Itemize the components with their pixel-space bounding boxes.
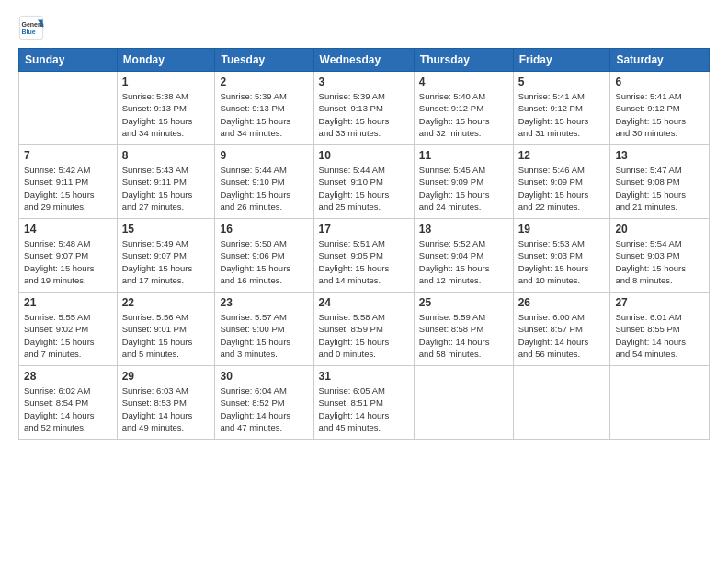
calendar-cell: 16Sunrise: 5:50 AM Sunset: 9:06 PM Dayli…: [215, 219, 313, 293]
day-info: Sunrise: 6:05 AM Sunset: 8:51 PM Dayligh…: [319, 385, 409, 433]
calendar-cell: 21Sunrise: 5:55 AM Sunset: 9:02 PM Dayli…: [19, 293, 118, 366]
day-info: Sunrise: 5:41 AM Sunset: 9:12 PM Dayligh…: [518, 90, 606, 139]
day-number: 1: [122, 75, 210, 88]
day-info: Sunrise: 5:54 AM Sunset: 9:03 PM Dayligh…: [615, 237, 704, 286]
day-info: Sunrise: 5:39 AM Sunset: 9:13 PM Dayligh…: [319, 90, 409, 139]
calendar-cell: 25Sunrise: 5:59 AM Sunset: 8:58 PM Dayli…: [414, 293, 513, 366]
day-info: Sunrise: 6:03 AM Sunset: 8:53 PM Dayligh…: [122, 385, 210, 433]
day-info: Sunrise: 5:52 AM Sunset: 9:04 PM Dayligh…: [419, 237, 508, 286]
calendar-cell: [19, 72, 118, 145]
calendar-cell: [513, 366, 610, 440]
calendar-cell: 3Sunrise: 5:39 AM Sunset: 9:13 PM Daylig…: [313, 72, 414, 145]
calendar-cell: 23Sunrise: 5:57 AM Sunset: 9:00 PM Dayli…: [215, 293, 313, 366]
day-number: 30: [220, 370, 308, 383]
day-number: 2: [220, 75, 308, 88]
day-info: Sunrise: 5:57 AM Sunset: 9:00 PM Dayligh…: [220, 311, 308, 360]
column-header-monday: Monday: [117, 49, 215, 72]
calendar-cell: 13Sunrise: 5:47 AM Sunset: 9:08 PM Dayli…: [610, 145, 710, 219]
calendar-week-row: 14Sunrise: 5:48 AM Sunset: 9:07 PM Dayli…: [19, 219, 710, 293]
calendar-cell: 14Sunrise: 5:48 AM Sunset: 9:07 PM Dayli…: [19, 219, 118, 293]
calendar-cell: 17Sunrise: 5:51 AM Sunset: 9:05 PM Dayli…: [313, 219, 414, 293]
calendar-cell: 15Sunrise: 5:49 AM Sunset: 9:07 PM Dayli…: [117, 219, 215, 293]
calendar-cell: 29Sunrise: 6:03 AM Sunset: 8:53 PM Dayli…: [117, 366, 215, 440]
column-header-wednesday: Wednesday: [313, 49, 414, 72]
day-number: 8: [122, 149, 210, 162]
day-info: Sunrise: 5:55 AM Sunset: 9:02 PM Dayligh…: [24, 311, 112, 360]
day-info: Sunrise: 6:02 AM Sunset: 8:54 PM Dayligh…: [24, 385, 112, 433]
calendar-week-row: 28Sunrise: 6:02 AM Sunset: 8:54 PM Dayli…: [19, 366, 710, 440]
day-info: Sunrise: 5:42 AM Sunset: 9:11 PM Dayligh…: [24, 164, 112, 213]
day-info: Sunrise: 5:40 AM Sunset: 9:12 PM Dayligh…: [419, 90, 508, 139]
day-number: 4: [419, 75, 508, 88]
column-header-sunday: Sunday: [19, 49, 118, 72]
day-info: Sunrise: 5:53 AM Sunset: 9:03 PM Dayligh…: [518, 237, 606, 286]
day-number: 22: [122, 296, 210, 309]
day-info: Sunrise: 5:45 AM Sunset: 9:09 PM Dayligh…: [419, 164, 508, 213]
day-number: 27: [615, 296, 704, 309]
calendar-week-row: 21Sunrise: 5:55 AM Sunset: 9:02 PM Dayli…: [19, 293, 710, 366]
day-number: 14: [24, 223, 112, 236]
day-number: 5: [518, 75, 606, 88]
calendar-cell: 11Sunrise: 5:45 AM Sunset: 9:09 PM Dayli…: [414, 145, 513, 219]
day-number: 28: [24, 370, 112, 383]
day-number: 31: [319, 370, 409, 383]
calendar-cell: 30Sunrise: 6:04 AM Sunset: 8:52 PM Dayli…: [215, 366, 313, 440]
calendar-cell: 24Sunrise: 5:58 AM Sunset: 8:59 PM Dayli…: [313, 293, 414, 366]
calendar-cell: [414, 366, 513, 440]
day-number: 19: [518, 223, 606, 236]
day-info: Sunrise: 6:04 AM Sunset: 8:52 PM Dayligh…: [220, 385, 308, 433]
day-info: Sunrise: 5:56 AM Sunset: 9:01 PM Dayligh…: [122, 311, 210, 360]
day-number: 10: [319, 149, 409, 162]
page-header: General Blue: [18, 15, 710, 40]
day-number: 11: [419, 149, 508, 162]
calendar-table: SundayMondayTuesdayWednesdayThursdayFrid…: [18, 48, 710, 440]
day-info: Sunrise: 5:43 AM Sunset: 9:11 PM Dayligh…: [122, 164, 210, 213]
column-header-tuesday: Tuesday: [215, 49, 313, 72]
day-number: 13: [615, 149, 704, 162]
calendar-cell: 22Sunrise: 5:56 AM Sunset: 9:01 PM Dayli…: [117, 293, 215, 366]
day-number: 24: [319, 296, 409, 309]
day-number: 7: [24, 149, 112, 162]
day-number: 21: [24, 296, 112, 309]
calendar-cell: 2Sunrise: 5:39 AM Sunset: 9:13 PM Daylig…: [215, 72, 313, 145]
day-number: 15: [122, 223, 210, 236]
day-info: Sunrise: 5:44 AM Sunset: 9:10 PM Dayligh…: [319, 164, 409, 213]
day-number: 29: [122, 370, 210, 383]
day-info: Sunrise: 5:58 AM Sunset: 8:59 PM Dayligh…: [319, 311, 409, 360]
day-info: Sunrise: 5:48 AM Sunset: 9:07 PM Dayligh…: [24, 237, 112, 286]
day-info: Sunrise: 5:38 AM Sunset: 9:13 PM Dayligh…: [122, 90, 210, 139]
day-info: Sunrise: 5:47 AM Sunset: 9:08 PM Dayligh…: [615, 164, 704, 213]
day-number: 17: [319, 223, 409, 236]
day-info: Sunrise: 5:41 AM Sunset: 9:12 PM Dayligh…: [615, 90, 704, 139]
calendar-header-row: SundayMondayTuesdayWednesdayThursdayFrid…: [19, 49, 710, 72]
calendar-cell: 26Sunrise: 6:00 AM Sunset: 8:57 PM Dayli…: [513, 293, 610, 366]
day-info: Sunrise: 5:44 AM Sunset: 9:10 PM Dayligh…: [220, 164, 308, 213]
day-number: 6: [615, 75, 704, 88]
calendar-cell: 9Sunrise: 5:44 AM Sunset: 9:10 PM Daylig…: [215, 145, 313, 219]
column-header-friday: Friday: [513, 49, 610, 72]
day-number: 25: [419, 296, 508, 309]
day-info: Sunrise: 5:51 AM Sunset: 9:05 PM Dayligh…: [319, 237, 409, 286]
calendar-cell: 18Sunrise: 5:52 AM Sunset: 9:04 PM Dayli…: [414, 219, 513, 293]
column-header-saturday: Saturday: [610, 49, 710, 72]
day-info: Sunrise: 5:39 AM Sunset: 9:13 PM Dayligh…: [220, 90, 308, 139]
day-number: 23: [220, 296, 308, 309]
day-number: 12: [518, 149, 606, 162]
svg-text:Blue: Blue: [22, 29, 36, 35]
day-number: 26: [518, 296, 606, 309]
calendar-cell: 6Sunrise: 5:41 AM Sunset: 9:12 PM Daylig…: [610, 72, 710, 145]
logo-icon: General Blue: [18, 15, 44, 40]
day-number: 9: [220, 149, 308, 162]
day-info: Sunrise: 5:46 AM Sunset: 9:09 PM Dayligh…: [518, 164, 606, 213]
calendar-cell: 31Sunrise: 6:05 AM Sunset: 8:51 PM Dayli…: [313, 366, 414, 440]
day-number: 16: [220, 223, 308, 236]
day-info: Sunrise: 5:49 AM Sunset: 9:07 PM Dayligh…: [122, 237, 210, 286]
svg-rect-0: [19, 16, 42, 39]
calendar-cell: [610, 366, 710, 440]
day-number: 3: [319, 75, 409, 88]
calendar-cell: 20Sunrise: 5:54 AM Sunset: 9:03 PM Dayli…: [610, 219, 710, 293]
calendar-week-row: 7Sunrise: 5:42 AM Sunset: 9:11 PM Daylig…: [19, 145, 710, 219]
calendar-week-row: 1Sunrise: 5:38 AM Sunset: 9:13 PM Daylig…: [19, 72, 710, 145]
calendar-cell: 27Sunrise: 6:01 AM Sunset: 8:55 PM Dayli…: [610, 293, 710, 366]
day-info: Sunrise: 6:00 AM Sunset: 8:57 PM Dayligh…: [518, 311, 606, 360]
